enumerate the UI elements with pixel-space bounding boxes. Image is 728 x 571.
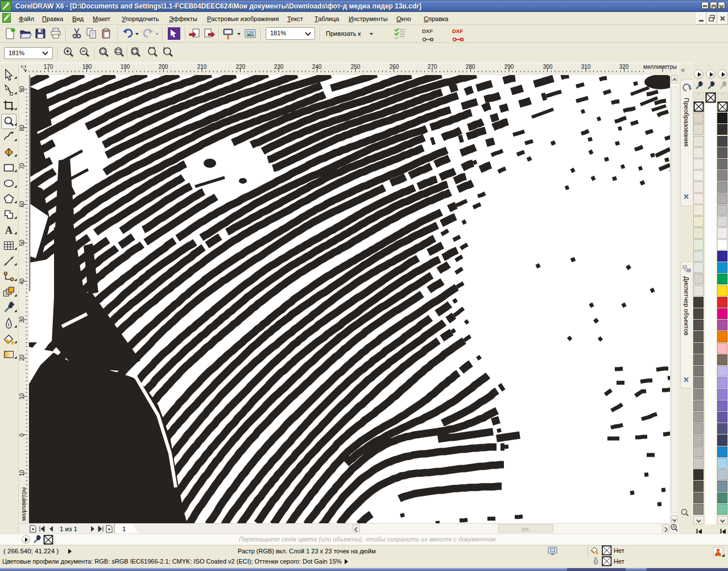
svg-text:50: 50 [19, 239, 25, 246]
svg-text:190: 190 [121, 64, 130, 70]
svg-text:10: 10 [19, 470, 25, 477]
svg-text:миллиметры: миллиметры [643, 64, 677, 70]
svg-text:180: 180 [82, 64, 92, 70]
svg-text:290: 290 [504, 64, 514, 70]
svg-text:20: 20 [19, 354, 25, 361]
svg-text:260: 260 [390, 64, 399, 70]
svg-text:60: 60 [19, 201, 25, 208]
svg-text:миллиметры: миллиметры [20, 487, 27, 521]
svg-text:280: 280 [466, 64, 475, 70]
svg-text:90: 90 [19, 86, 25, 93]
svg-text:300: 300 [543, 64, 553, 70]
svg-text:210: 210 [197, 64, 207, 70]
svg-text:30: 30 [19, 316, 25, 323]
svg-text:10: 10 [19, 393, 25, 400]
svg-text:240: 240 [312, 64, 322, 70]
svg-text:220: 220 [236, 64, 246, 70]
svg-text:250: 250 [351, 64, 361, 70]
svg-text:0: 0 [19, 433, 25, 437]
svg-text:40: 40 [19, 278, 25, 285]
svg-text:80: 80 [19, 125, 25, 131]
svg-text:A: A [5, 225, 13, 236]
svg-text:170: 170 [44, 64, 53, 70]
svg-text:320: 320 [619, 64, 629, 70]
svg-text:270: 270 [428, 64, 437, 70]
svg-text:230: 230 [274, 64, 284, 70]
svg-text:70: 70 [19, 163, 25, 169]
svg-text:310: 310 [581, 64, 591, 70]
svg-text:200: 200 [159, 64, 168, 70]
